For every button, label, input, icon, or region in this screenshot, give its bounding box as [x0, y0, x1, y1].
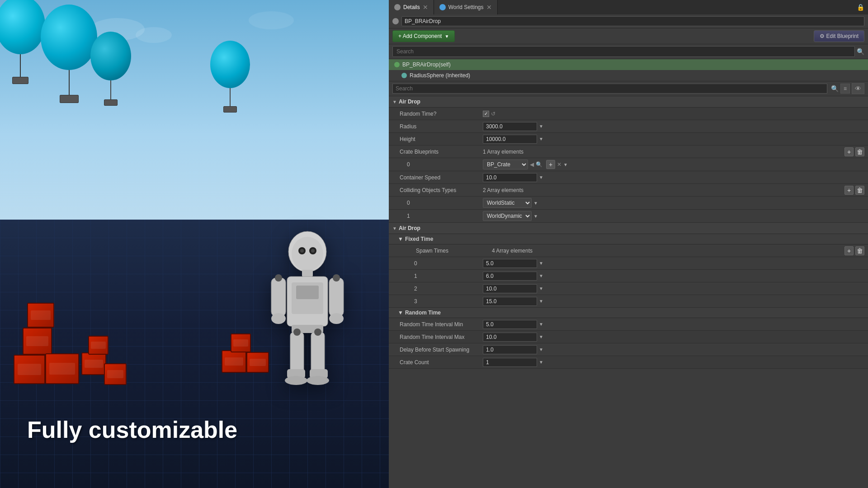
- eye-button[interactable]: 👁: [852, 83, 864, 94]
- crate-nav-left[interactable]: ◀: [530, 161, 534, 168]
- spawn-2-expand[interactable]: ▼: [539, 286, 543, 291]
- subsection-random-time[interactable]: ▼ Random Time: [389, 308, 868, 318]
- prop-height-value: ▼: [483, 135, 864, 144]
- crate-expand[interactable]: ▼: [563, 162, 568, 167]
- world-settings-tab-close[interactable]: ✕: [486, 4, 492, 10]
- svg-rect-6: [302, 270, 313, 277]
- height-expand[interactable]: ▼: [539, 136, 543, 141]
- colliding-0-expand[interactable]: ▼: [533, 201, 538, 206]
- colliding-objects-remove[interactable]: 🗑: [855, 186, 864, 195]
- random-time-reset[interactable]: ↺: [491, 111, 495, 117]
- fixed-time-label: Fixed Time: [405, 236, 433, 242]
- tree-item-radius[interactable]: RadiusSphere (Inherited): [389, 70, 868, 81]
- colliding-value-1: WorldDynamic WorldStatic ▼: [483, 211, 864, 221]
- lock-button[interactable]: 🔒: [853, 0, 868, 14]
- edit-blueprint-button[interactable]: ⚙ Edit Blueprint: [814, 30, 864, 42]
- colliding-objects-add[interactable]: +: [844, 186, 854, 195]
- crate-blueprints-remove[interactable]: 🗑: [855, 147, 864, 156]
- overlay-text-content: Fully customizable: [27, 417, 237, 443]
- svg-point-24: [314, 328, 321, 336]
- spawn-times-header: Spawn Times 4 Array elements + 🗑: [389, 244, 868, 257]
- delay-before-input[interactable]: [483, 345, 537, 354]
- prop-radius-label: Radius: [392, 123, 483, 130]
- props-search-icon[interactable]: 🔍: [831, 85, 839, 92]
- prop-delay-before-label: Delay Before Start Spawning: [392, 347, 483, 353]
- height-input[interactable]: [483, 135, 537, 144]
- subsection-fixed-time[interactable]: ▼ Fixed Time: [389, 234, 868, 244]
- component-dot: [392, 18, 399, 24]
- interval-max-input[interactable]: [483, 333, 537, 342]
- radius-input[interactable]: [483, 122, 537, 131]
- colliding-objects-label: Colliding Objects Types: [392, 187, 483, 193]
- search-input[interactable]: [392, 46, 855, 57]
- prop-height-label: Height: [392, 136, 483, 142]
- prop-interval-min: Random Time Interval Min ▼: [389, 318, 868, 331]
- interval-min-input[interactable]: [483, 320, 537, 329]
- component-name-input[interactable]: [401, 16, 864, 26]
- svg-rect-15: [290, 332, 304, 373]
- crate-clear[interactable]: ✕: [557, 161, 561, 168]
- spawn-3-expand[interactable]: ▼: [539, 299, 543, 304]
- colliding-select-0[interactable]: WorldStatic WorldDynamic: [483, 198, 532, 208]
- crate-search[interactable]: 🔍: [536, 161, 542, 168]
- props-search-input[interactable]: [392, 84, 827, 94]
- crate-add[interactable]: +: [546, 160, 555, 169]
- section-air-drop-1[interactable]: ▼ Air Drop: [389, 96, 868, 108]
- colliding-1-expand[interactable]: ▼: [533, 214, 538, 219]
- spawn-time-index-2: 2: [392, 286, 483, 292]
- spawn-time-input-2[interactable]: [483, 284, 537, 293]
- details-tab-label: Details: [403, 4, 420, 10]
- prop-radius-value: ▼: [483, 122, 864, 131]
- crate-blueprints-item-0: 0 BP_Crate ◀ 🔍 + ✕ ▼: [389, 158, 868, 171]
- section-air-drop-2[interactable]: ▼ Air Drop: [389, 223, 868, 234]
- add-component-button[interactable]: + Add Component ▼: [392, 30, 455, 42]
- spawn-times-add[interactable]: +: [844, 246, 854, 255]
- crate-blueprints-add[interactable]: +: [844, 147, 854, 156]
- crate: [14, 355, 45, 384]
- svg-rect-10: [271, 278, 286, 316]
- tab-details[interactable]: Details ✕: [389, 0, 434, 14]
- section-label: Air Drop: [399, 99, 420, 105]
- crate-count-input[interactable]: [483, 358, 537, 367]
- prop-random-time: Random Time? ↺: [389, 108, 868, 120]
- spawn-time-2: 2 ▼: [389, 282, 868, 295]
- prop-crate-count: Crate Count ▼: [389, 356, 868, 369]
- section-2-arrow: ▼: [392, 226, 397, 231]
- tree-item-self[interactable]: BP_BRAirDrop(self): [389, 59, 868, 70]
- spawn-times-label: Spawn Times: [401, 248, 492, 254]
- prop-radius: Radius ▼: [389, 120, 868, 133]
- spawn-time-input-0[interactable]: [483, 259, 537, 268]
- crate: [27, 303, 54, 328]
- crate-blueprints-count: 1 Array elements: [483, 149, 843, 155]
- balloon: [90, 32, 131, 106]
- add-component-label: + Add Component: [398, 33, 442, 39]
- prop-random-time-value: ↺: [483, 111, 864, 117]
- colliding-select-1[interactable]: WorldDynamic WorldStatic: [483, 211, 532, 221]
- spawn-time-input-1[interactable]: [483, 272, 537, 281]
- details-tab-close[interactable]: ✕: [423, 4, 428, 10]
- delay-before-expand[interactable]: ▼: [539, 347, 543, 352]
- container-speed-expand[interactable]: ▼: [539, 175, 543, 180]
- overlay-text: Fully customizable: [27, 417, 237, 443]
- edit-blueprint-label: ⚙ Edit Blueprint: [820, 33, 859, 39]
- spawn-time-value-2: ▼: [483, 284, 864, 293]
- svg-point-22: [333, 274, 340, 282]
- view-toggle-button[interactable]: ≡: [840, 84, 850, 94]
- spawn-time-input-3[interactable]: [483, 297, 537, 306]
- container-speed-input[interactable]: [483, 173, 537, 182]
- radius-expand[interactable]: ▼: [539, 124, 543, 129]
- colliding-item-0: 0 WorldStatic WorldDynamic ▼: [389, 197, 868, 210]
- tab-world-settings[interactable]: World Settings ✕: [434, 0, 498, 14]
- spawn-1-expand[interactable]: ▼: [539, 273, 543, 278]
- crate-blueprints-header: Crate Blueprints 1 Array elements + 🗑: [389, 145, 868, 158]
- interval-max-expand[interactable]: ▼: [539, 334, 543, 339]
- crate-count-expand[interactable]: ▼: [539, 360, 543, 365]
- spawn-times-remove[interactable]: 🗑: [855, 246, 864, 255]
- spawn-0-expand[interactable]: ▼: [539, 261, 543, 266]
- search-icon[interactable]: 🔍: [857, 48, 864, 55]
- spawn-times-count: 4 Array elements: [492, 248, 843, 254]
- crate-blueprints-select-0[interactable]: BP_Crate: [483, 160, 528, 169]
- interval-min-expand[interactable]: ▼: [539, 322, 543, 327]
- random-time-checkbox[interactable]: [483, 111, 489, 117]
- prop-height: Height ▼: [389, 133, 868, 145]
